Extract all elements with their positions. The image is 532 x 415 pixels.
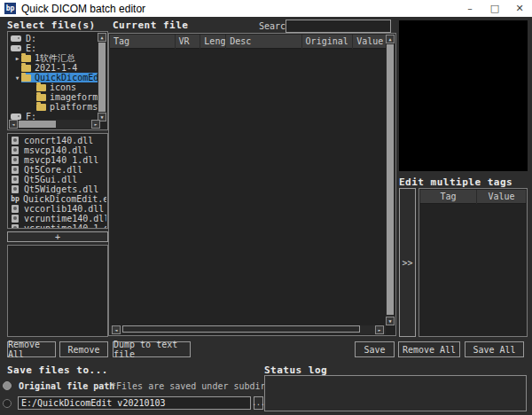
tree-item-label: imageformats bbox=[50, 92, 98, 102]
tree-item-label: E: bbox=[26, 43, 36, 53]
tree-item[interactable]: D: bbox=[9, 34, 98, 43]
tree-horizontal-scrollbar[interactable]: ◄ ► bbox=[9, 120, 100, 129]
tag-table-column-header[interactable]: Tag bbox=[110, 35, 176, 49]
tree-hscroll-thumb[interactable] bbox=[19, 121, 56, 128]
scroll-left-icon[interactable]: ◄ bbox=[9, 120, 18, 129]
dump-to-text-button[interactable]: Dump to text file bbox=[113, 341, 191, 357]
table-vertical-scrollbar[interactable]: ▲ ▼ bbox=[386, 35, 395, 325]
tree-vscroll-thumb[interactable] bbox=[98, 43, 106, 112]
multi-tag-table-header[interactable]: TagValue bbox=[420, 190, 526, 204]
table-horizontal-scrollbar[interactable]: ◄ ► bbox=[110, 325, 386, 334]
add-files-button[interactable]: + bbox=[7, 231, 108, 242]
table-vscroll-thumb[interactable] bbox=[387, 44, 394, 315]
file-item[interactable]: vcruntime140_1.dll bbox=[9, 223, 106, 228]
browse-button[interactable]: ... bbox=[254, 396, 263, 410]
tree-item-label: QuickDicomEdit_v202 bbox=[35, 73, 98, 82]
close-icon: ✕ bbox=[515, 3, 523, 14]
edit-multiple-tags-heading: Edit multiple tags bbox=[399, 176, 512, 188]
original-path-radio[interactable] bbox=[3, 381, 12, 390]
tree-item[interactable]: E: bbox=[9, 43, 98, 53]
file-item-label: concrt140.dll bbox=[24, 136, 93, 145]
save-all-button[interactable]: Save All bbox=[465, 341, 524, 357]
tree-vertical-scrollbar[interactable]: ▲ ▼ bbox=[98, 33, 106, 121]
bp-exe-icon: bp bbox=[10, 195, 20, 203]
tag-table-panel: TagVRLengthDescOriginal ValueValue ▲ ▼ ◄… bbox=[108, 33, 396, 336]
scroll-down-icon[interactable]: ▼ bbox=[386, 317, 395, 325]
multi-tag-table-column-header[interactable]: Tag bbox=[420, 190, 477, 204]
file-item-label: Qt5Widgets.dll bbox=[24, 184, 98, 194]
file-item[interactable]: Qt5Gui.dll bbox=[9, 175, 106, 184]
drive-icon bbox=[11, 35, 21, 42]
select-files-heading: Select file(s) bbox=[7, 20, 96, 31]
tree-item-label: 1软件汇总 bbox=[35, 53, 75, 63]
status-log-box[interactable] bbox=[264, 375, 527, 411]
tree-item-label: icons bbox=[50, 82, 76, 92]
file-item[interactable]: vccorlib140.dll bbox=[9, 204, 106, 214]
tag-table-header[interactable]: TagVRLengthDescOriginal ValueValue bbox=[110, 35, 386, 49]
tag-table-column-header[interactable]: Length bbox=[200, 35, 226, 49]
maximize-icon: □ bbox=[490, 3, 499, 14]
chevron-expanded-icon[interactable]: ▼ bbox=[13, 74, 21, 81]
file-item[interactable]: concrt140.dll bbox=[9, 136, 106, 145]
save-files-to-heading: Save files to... bbox=[7, 364, 108, 376]
file-list: concrt140.dllmsvcp140.dllmsvcp140_1.dllQ… bbox=[9, 136, 106, 228]
remove-file-button[interactable]: Remove bbox=[59, 341, 108, 357]
folder-icon bbox=[21, 74, 31, 82]
tree-item[interactable]: platforms bbox=[9, 102, 98, 112]
tree-item[interactable]: 2021-1-4 bbox=[9, 63, 98, 73]
tree-item-label: D: bbox=[26, 34, 36, 43]
transfer-tags-button[interactable]: >> bbox=[399, 188, 416, 337]
scroll-up-icon[interactable]: ▲ bbox=[386, 35, 395, 43]
original-path-label: Original file path bbox=[19, 381, 114, 391]
maximize-button[interactable]: □ bbox=[482, 0, 507, 17]
tag-table-body[interactable] bbox=[110, 49, 386, 325]
table-hscroll-thumb[interactable] bbox=[122, 325, 360, 333]
file-item-label: vcruntime140_1.dll bbox=[24, 223, 106, 228]
selected-tree-item[interactable]: QuickDicomEdit_v202 bbox=[21, 73, 98, 82]
chevron-collapsed-icon[interactable]: ▶ bbox=[13, 55, 21, 61]
close-button[interactable]: ✕ bbox=[507, 0, 532, 17]
tree-item[interactable]: ▼QuickDicomEdit_v202 bbox=[9, 73, 98, 82]
scroll-up-icon[interactable]: ▲ bbox=[98, 33, 106, 42]
custom-path-radio[interactable] bbox=[3, 399, 12, 408]
scroll-right-icon[interactable]: ► bbox=[375, 325, 384, 334]
dll-file-icon bbox=[12, 185, 19, 193]
tree-item[interactable]: icons bbox=[9, 82, 98, 92]
scroll-right-icon[interactable]: ► bbox=[91, 120, 100, 129]
tree-item[interactable]: ▶1软件汇总 bbox=[9, 53, 98, 63]
multi-tag-table-column-header[interactable]: Value bbox=[477, 190, 526, 204]
file-item-label: Qt5Core.dll bbox=[24, 165, 82, 175]
drive-icon bbox=[11, 45, 21, 51]
search-input[interactable] bbox=[286, 20, 391, 33]
remove-all-files-button[interactable]: Remove All bbox=[7, 341, 56, 357]
save-button[interactable]: Save bbox=[355, 341, 395, 357]
file-item[interactable]: vcruntime140.dll bbox=[9, 214, 106, 223]
tag-table-column-header[interactable]: Original Value bbox=[302, 35, 354, 49]
file-item[interactable]: msvcp140.dll bbox=[9, 145, 106, 155]
folder-tree-panel: D:E:▶1软件汇总2021-1-4▼QuickDicomEdit_v202ic… bbox=[7, 31, 108, 130]
tree-item-label: platforms bbox=[50, 102, 98, 112]
app-window: bp Quick DICOM batch editor – □ ✕ Select… bbox=[0, 0, 532, 415]
tag-table-column-header[interactable]: VR bbox=[176, 35, 201, 49]
queue-list-panel[interactable] bbox=[7, 245, 108, 337]
dll-file-icon bbox=[12, 156, 19, 164]
file-item[interactable]: msvcp140_1.dll bbox=[9, 155, 106, 165]
current-file-heading: Current file bbox=[113, 20, 188, 31]
tree-item[interactable]: imageformats bbox=[9, 92, 98, 102]
minimize-icon: – bbox=[467, 3, 473, 14]
multi-tag-table-body[interactable] bbox=[420, 204, 526, 335]
file-item[interactable]: Qt5Core.dll bbox=[9, 165, 106, 175]
minimize-button[interactable]: – bbox=[458, 0, 482, 17]
remove-all-tags-button[interactable]: Remove All bbox=[398, 341, 460, 357]
file-item-label: QuickDicomEdit.exe bbox=[23, 194, 106, 204]
image-preview bbox=[399, 20, 528, 171]
tag-table-column-header[interactable]: Value bbox=[353, 35, 386, 49]
custom-path-input[interactable] bbox=[18, 396, 251, 410]
file-item[interactable]: Qt5Widgets.dll bbox=[9, 184, 106, 194]
titlebar: bp Quick DICOM batch editor – □ ✕ bbox=[0, 0, 532, 17]
dll-file-icon bbox=[12, 166, 19, 174]
tag-table-column-header[interactable]: Desc bbox=[226, 35, 301, 49]
scroll-left-icon[interactable]: ◄ bbox=[112, 325, 121, 334]
file-item[interactable]: bpQuickDicomEdit.exe bbox=[9, 194, 106, 204]
file-item-label: msvcp140_1.dll bbox=[24, 155, 98, 165]
